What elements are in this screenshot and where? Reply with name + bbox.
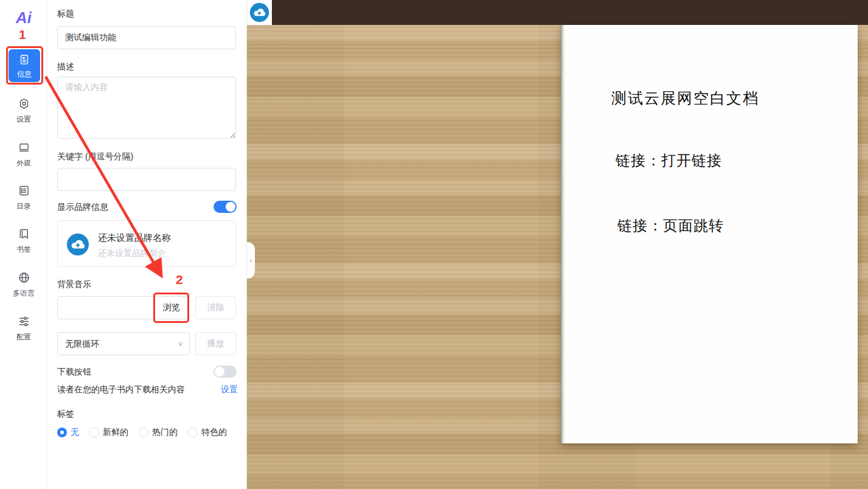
- loop-mode-select[interactable]: 无限循环 ∨: [57, 332, 190, 355]
- tag-option-fresh[interactable]: 新鲜的: [89, 427, 128, 438]
- download-hint-text: 读者在您的电子书内下载相关内容: [57, 384, 185, 395]
- gear-icon: [18, 102, 30, 112]
- sidebar-item-label: 信息: [9, 69, 40, 80]
- title-label: 标题: [57, 9, 74, 19]
- sidebar-item-label: 配置: [0, 332, 47, 342]
- download-settings-link[interactable]: 设置: [221, 384, 238, 395]
- keywords-label: 关键字 (用逗号分隔): [57, 151, 133, 162]
- document-link-open[interactable]: 链接：打开链接: [616, 151, 722, 170]
- tags-radio-group: 无 新鲜的 热门的 特色的: [57, 427, 227, 438]
- sidebar-item-label: 多语言: [0, 288, 47, 299]
- sidebar-item-config[interactable]: 配置: [0, 315, 47, 342]
- document-title: 测试云展网空白文档: [611, 88, 759, 108]
- brand-toggle[interactable]: [214, 201, 237, 213]
- music-label: 背景音乐: [57, 279, 91, 290]
- app-logo[interactable]: Ai: [0, 9, 47, 27]
- preview-brand-logo[interactable]: [247, 0, 272, 25]
- list-icon: [18, 189, 30, 199]
- tag-option-hot[interactable]: 热门的: [139, 427, 178, 438]
- play-button[interactable]: 播放: [195, 332, 236, 355]
- download-toggle[interactable]: [214, 366, 237, 378]
- music-file-input[interactable]: [58, 297, 154, 319]
- brand-name-text: 还未设置品牌名称: [98, 232, 171, 244]
- document-link-jump[interactable]: 链接：页面跳转: [617, 216, 724, 235]
- music-file-group: 浏览: [57, 296, 187, 319]
- sidebar-item-multilanguage[interactable]: 多语言: [0, 271, 47, 299]
- book-preview: 测试云展网空白文档 链接：打开链接 链接：页面跳转 ‹: [247, 0, 868, 489]
- brand-toggle-label: 显示品牌信息: [57, 202, 108, 213]
- sidebar-item-toc[interactable]: 目录: [0, 184, 47, 212]
- bookmark-icon: [18, 232, 30, 242]
- chevron-down-icon: ∨: [178, 333, 183, 355]
- description-label: 描述: [57, 61, 74, 72]
- clear-button[interactable]: 清除: [195, 296, 236, 319]
- tag-option-featured[interactable]: 特色的: [188, 427, 227, 438]
- radio-icon: [188, 428, 198, 437]
- cloud-logo-icon: [249, 2, 269, 23]
- radio-icon: [139, 428, 148, 437]
- radio-selected-icon: [57, 428, 67, 437]
- sidebar: Ai 信息 设置: [0, 0, 47, 489]
- sidebar-item-label: 目录: [0, 201, 47, 212]
- monitor-icon: [18, 145, 30, 156]
- panel-collapse-button[interactable]: ‹: [247, 242, 255, 279]
- sidebar-item-bookmarks[interactable]: 书签: [0, 227, 47, 255]
- title-input[interactable]: [57, 26, 236, 49]
- loop-mode-value: 无限循环: [65, 339, 99, 349]
- sidebar-item-label: 外观: [0, 158, 47, 168]
- globe-icon: [18, 276, 30, 286]
- description-textarea[interactable]: [57, 77, 236, 139]
- sidebar-item-label: 书签: [0, 244, 47, 255]
- sidebar-item-appearance[interactable]: 外观: [0, 141, 47, 168]
- chevron-left-icon: ‹: [250, 256, 252, 265]
- sidebar-item-info[interactable]: 信息: [9, 49, 40, 82]
- radio-icon: [89, 428, 99, 437]
- sliders-icon: [18, 319, 30, 330]
- browse-button[interactable]: 浏览: [155, 296, 189, 319]
- download-toggle-label: 下载按钮: [57, 367, 91, 378]
- tag-option-label: 特色的: [201, 427, 227, 438]
- brand-card[interactable]: 还未设置品牌名称 还未设置品牌简介: [57, 220, 236, 267]
- tag-option-label: 新鲜的: [103, 427, 128, 438]
- keywords-input[interactable]: [57, 168, 236, 191]
- tags-label: 标签: [57, 409, 74, 420]
- sidebar-item-settings[interactable]: 设置: [0, 97, 47, 125]
- tag-option-label: 无: [71, 427, 79, 438]
- tag-option-none[interactable]: 无: [57, 427, 79, 438]
- document-page[interactable]: 测试云展网空白文档 链接：打开链接 链接：页面跳转: [561, 25, 858, 443]
- app-window: Ai 信息 设置: [0, 0, 868, 489]
- document-info-icon: [18, 57, 30, 68]
- tag-option-label: 热门的: [152, 427, 178, 438]
- brand-intro-text: 还未设置品牌简介: [98, 248, 166, 259]
- info-panel: 标题 描述 关键字 (用逗号分隔) 显示品牌信息 还未设置品牌名称 还未设置品牌…: [47, 0, 247, 489]
- sidebar-item-label: 设置: [0, 114, 47, 125]
- brand-cloud-logo-icon: [66, 233, 89, 256]
- preview-topbar: [247, 0, 868, 25]
